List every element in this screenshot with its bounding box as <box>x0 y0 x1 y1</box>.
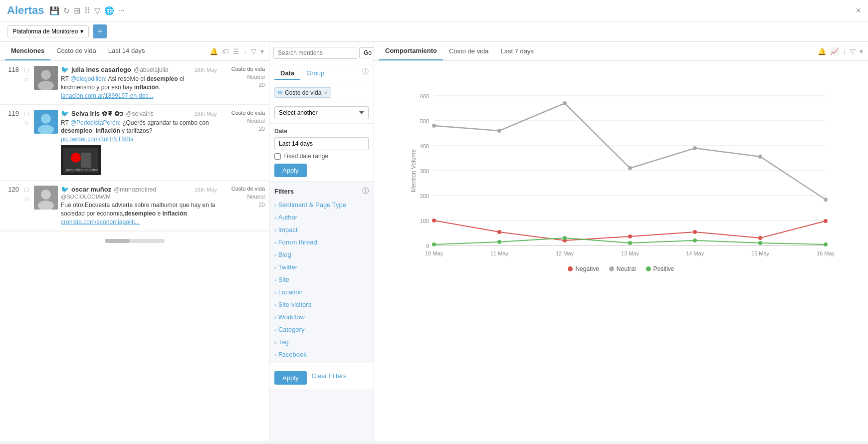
svg-text:400: 400 <box>420 143 429 149</box>
grid-icon[interactable]: ⊞ <box>74 6 80 15</box>
go-button[interactable]: Go <box>359 47 374 58</box>
tab-last-14-days[interactable]: Last 14 days <box>102 42 151 60</box>
checkbox-icon[interactable]: ☐ <box>24 67 29 74</box>
chevron-right-icon: › <box>274 302 276 308</box>
filter-chart-icon[interactable]: ▽ <box>850 47 856 55</box>
filter-item-forum-thread[interactable]: › Forum thread <box>274 236 369 248</box>
y-axis-label: Mention Volume <box>410 149 417 192</box>
author-name: julia ines casariego <box>71 66 131 73</box>
top-bar-icons: 💾 ↻ ⊞ ⠿ ▽ 🌐 ··· <box>49 6 125 15</box>
mention-item: 118 ☐ ☆ 🐦 julia ines casariego <box>0 61 269 105</box>
close-button[interactable]: × <box>856 5 861 16</box>
chart-panel: Comportamiento Costo de vida Last 7 days… <box>374 42 868 441</box>
mention-link[interactable]: lanacion.com.ar/1899157-en-doc... <box>61 92 217 99</box>
star-icon[interactable]: ☆ <box>24 120 29 127</box>
svg-point-54 <box>693 238 697 242</box>
mention-date: 16th May <box>195 187 217 193</box>
filter-item-category[interactable]: › Category <box>274 323 369 336</box>
filter-item-blog[interactable]: › Blog <box>274 248 369 261</box>
svg-point-46 <box>628 234 632 238</box>
filter-item-twitter[interactable]: › Twitter <box>274 261 369 273</box>
filter-item-site-visitors[interactable]: › Site visitors <box>274 298 369 311</box>
refresh-icon[interactable]: ↻ <box>63 6 70 15</box>
date-apply-button[interactable]: Apply <box>274 164 307 177</box>
mention-link[interactable]: cronista.com/economiapoliti... <box>61 218 217 225</box>
platform-dropdown[interactable]: Plataforma de Monitoreo ▾ <box>7 25 89 37</box>
filter-tab-icon[interactable]: ▽ <box>251 47 256 55</box>
mention-score: 20 <box>259 126 265 132</box>
tag-icon[interactable]: 🏷 <box>222 47 229 55</box>
date-input[interactable] <box>274 137 369 150</box>
chevron-tab-icon[interactable]: ▾ <box>260 47 264 55</box>
filter-item-author[interactable]: › Author <box>274 211 369 223</box>
chevron-right-icon: › <box>274 252 276 258</box>
filter-tab-info-icon[interactable]: ⓘ <box>362 67 369 80</box>
chip-close-icon[interactable]: × <box>324 89 328 96</box>
bell-chart-icon[interactable]: 🔔 <box>818 47 826 55</box>
app-title: Alertas <box>7 4 44 17</box>
star-icon[interactable]: ☆ <box>24 196 29 203</box>
chart-svg: Mention Volume 0 100 200 300 400 500 600 <box>389 71 853 260</box>
chart-tab-icons: 🔔 📈 ↓ ▽ ▾ <box>818 47 863 55</box>
filter-item-impact[interactable]: › Impact <box>274 223 369 236</box>
mention-score: 20 <box>259 202 265 208</box>
filter-item-workflow[interactable]: › Workflow <box>274 311 369 323</box>
filter-icon[interactable]: ▽ <box>94 6 100 15</box>
mention-link[interactable]: pic.twitter.com/3uHrNTf9Ba <box>61 135 217 143</box>
list-icon[interactable]: ☰ <box>233 47 239 55</box>
mention-number: 120 <box>4 186 19 225</box>
tab-menciones[interactable]: Menciones <box>5 42 50 60</box>
apps-icon[interactable]: ⠿ <box>84 6 90 15</box>
select-another-dropdown[interactable]: Select another <box>274 106 369 119</box>
filter-item-site[interactable]: › Site <box>274 273 369 286</box>
bottom-apply-button[interactable]: Apply <box>274 371 307 385</box>
chevron-right-icon: › <box>274 239 276 245</box>
tab-chart-costo[interactable]: Costo de vida <box>443 42 495 60</box>
svg-point-43 <box>432 219 436 222</box>
tab-comportamiento[interactable]: Comportamiento <box>379 42 443 60</box>
chevron-chart-icon[interactable]: ▾ <box>860 47 863 55</box>
filter-item-facebook[interactable]: › Facebook <box>274 348 369 361</box>
author-line: 🐦 oscar muñoz @munoznotired 16th May <box>61 186 217 193</box>
svg-point-44 <box>497 230 501 234</box>
filters-info-icon[interactable]: ⓘ <box>362 187 369 196</box>
legend-neutral: Neutral <box>609 265 636 272</box>
mention-score: 20 <box>259 82 265 88</box>
svg-text:15 May: 15 May <box>751 250 770 256</box>
svg-text:500: 500 <box>420 118 429 124</box>
more-icon[interactable]: ··· <box>118 6 125 15</box>
tab-group[interactable]: Group <box>300 67 330 80</box>
save-icon[interactable]: 💾 <box>49 6 59 15</box>
mention-date: 16th May <box>195 111 217 117</box>
filter-item-tag[interactable]: › Tag <box>274 336 369 348</box>
bell-icon[interactable]: 🔔 <box>210 47 218 55</box>
svg-text:200: 200 <box>420 193 429 199</box>
mention-item: 119 ☐ ☆ 🐦 Selva Iris ✿❦ ✿ↄ <box>0 105 269 181</box>
mention-tag: Costo de vida <box>231 186 265 192</box>
svg-text:10 May: 10 May <box>425 250 443 256</box>
author-handle: @munoznotired <box>114 186 156 193</box>
filter-select-row: Select another <box>269 102 374 124</box>
add-button[interactable]: + <box>93 24 107 38</box>
line-chart-icon[interactable]: 📈 <box>830 47 839 55</box>
twitter-icon: 🐦 <box>61 186 69 193</box>
svg-text:12 May: 12 May <box>556 250 574 256</box>
filter-item-location[interactable]: › Location <box>274 286 369 298</box>
fixed-date-checkbox[interactable] <box>274 153 281 160</box>
checkbox-icon[interactable]: ☐ <box>24 187 29 194</box>
checkbox-icon[interactable]: ☐ <box>24 111 29 118</box>
mention-sentiment: Neutral <box>247 118 265 124</box>
date-label: Date <box>274 128 369 135</box>
star-icon[interactable]: ☆ <box>24 76 29 83</box>
tab-costo-de-vida[interactable]: Costo de vida <box>50 42 102 60</box>
svg-point-36 <box>432 124 436 128</box>
download-chart-icon[interactable]: ↓ <box>843 47 846 55</box>
globe-icon[interactable]: 🌐 <box>104 6 114 15</box>
clear-filters-button[interactable]: Clear Filters <box>312 372 347 380</box>
mentions-tabs: Menciones Costo de vida Last 14 days 🔔 🏷… <box>0 42 269 61</box>
filter-item-sentiment[interactable]: › Sentiment & Page Type <box>274 199 369 211</box>
download-icon[interactable]: ↓ <box>243 47 247 55</box>
tab-last-7-days[interactable]: Last 7 days <box>495 42 540 60</box>
tab-data[interactable]: Data <box>274 67 300 80</box>
search-input[interactable] <box>273 47 357 59</box>
